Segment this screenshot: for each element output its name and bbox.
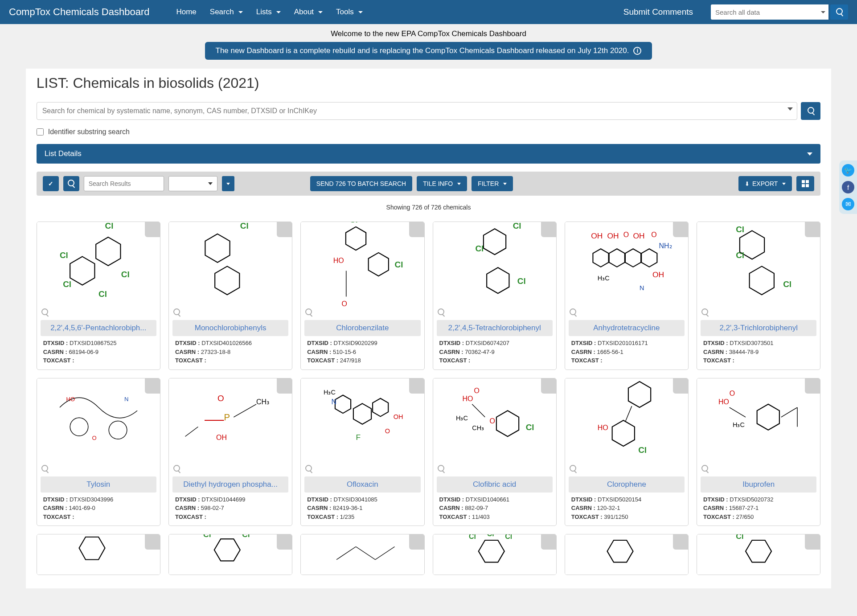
card-select-corner[interactable] <box>805 534 820 550</box>
submit-comments-link[interactable]: Submit Comments <box>623 7 693 17</box>
structure-image <box>301 534 424 575</box>
grid-view-button[interactable] <box>796 176 814 191</box>
chemical-search-button[interactable] <box>801 102 820 120</box>
nav-search[interactable]: Search <box>210 8 243 16</box>
card-select-corner[interactable] <box>277 378 292 394</box>
chemical-name-link[interactable]: Chlorobenzilate <box>304 320 420 336</box>
info-icon[interactable]: i <box>633 47 641 55</box>
chemical-grid: ClClClClCl 2,2',4,5,6'-Pentachlorobiph..… <box>26 222 832 526</box>
chemical-meta: DTXSID : DTXSID10867525 CASRN : 68194-06… <box>37 339 160 370</box>
chemical-grid-partial: ClCl ClClCl Cl <box>26 534 832 575</box>
card-select-corner[interactable] <box>145 222 160 237</box>
structure-image: Cl <box>169 222 292 307</box>
svg-line-79 <box>781 407 797 417</box>
chemical-name-link[interactable]: Anhydrotetracycline <box>569 320 685 336</box>
svg-text:Cl: Cl <box>63 279 71 289</box>
svg-text:CH₃: CH₃ <box>472 424 484 431</box>
tile-info-button[interactable]: TILE INFO <box>417 176 467 191</box>
toolbar-select-button[interactable] <box>222 176 234 191</box>
card-select-corner[interactable] <box>277 222 292 237</box>
chemical-card <box>37 534 160 575</box>
structure-image: HOON <box>37 378 160 463</box>
svg-marker-61 <box>496 411 519 437</box>
list-details-accordion[interactable]: List Details <box>37 144 821 164</box>
search-icon <box>836 8 843 16</box>
filter-button[interactable]: FILTER <box>472 176 513 191</box>
social-sidebar: 🐦 f ✉ <box>839 160 857 214</box>
chemical-meta: DTXSID : DTXSID9020299 CASRN : 510-15-6 … <box>301 339 424 370</box>
global-search-dropdown[interactable] <box>818 4 828 20</box>
svg-marker-53 <box>335 395 351 414</box>
chemical-card: HOOH₃CCH₃OCl Clofibric acid DTXSID : DTX… <box>433 378 557 526</box>
chemical-search-input[interactable] <box>37 102 798 120</box>
svg-marker-93 <box>746 540 771 562</box>
svg-text:OH: OH <box>394 414 403 421</box>
twitter-icon[interactable]: 🐦 <box>842 164 854 177</box>
chemical-name-link[interactable]: 2,2',3-Trichlorobiphenyl <box>701 320 816 336</box>
chemical-name-link[interactable]: Ofloxacin <box>304 476 420 493</box>
facebook-icon[interactable]: f <box>842 181 854 193</box>
chemical-name-link[interactable]: Diethyl hydrogen phospha... <box>172 476 288 493</box>
card-select-corner[interactable] <box>541 534 556 550</box>
nav-home[interactable]: Home <box>176 8 196 16</box>
card-select-corner[interactable] <box>805 378 820 394</box>
chemical-meta: DTXSID : DTXSID3073501 CASRN : 38444-78-… <box>697 339 820 370</box>
brand-title[interactable]: CompTox Chemicals Dashboard <box>9 6 149 18</box>
toolbar-search-button[interactable] <box>63 176 79 191</box>
structure-image: ClClHOO <box>301 222 424 307</box>
svg-text:Cl: Cl <box>736 224 744 234</box>
card-select-corner[interactable] <box>277 534 292 550</box>
nav-tools[interactable]: Tools <box>336 8 363 16</box>
export-button[interactable]: EXPORT <box>738 176 792 191</box>
card-select-corner[interactable] <box>541 222 556 237</box>
chemical-meta: DTXSID : DTXSID5020732 CASRN : 15687-27-… <box>697 495 820 526</box>
structure-image: OHOHOOHONH₂OHNH₃C <box>565 222 688 307</box>
toolbar-select[interactable] <box>168 176 217 191</box>
card-select-corner[interactable] <box>673 378 688 394</box>
card-select-corner[interactable] <box>145 378 160 394</box>
chemical-card: HOON Tylosin DTXSID : DTXSID3043996 CASR… <box>37 378 160 526</box>
svg-text:Cl: Cl <box>203 534 211 539</box>
chemical-name-link[interactable]: Clofibric acid <box>437 476 553 493</box>
select-all-button[interactable] <box>43 176 59 191</box>
card-select-corner[interactable] <box>805 222 820 237</box>
chemical-name-link[interactable]: 2,2',4,5-Tetrachlorobiphenyl <box>437 320 553 336</box>
svg-text:Cl: Cl <box>505 534 512 541</box>
svg-text:HO: HO <box>66 396 75 402</box>
structure-image: ClClCl <box>697 222 820 307</box>
chemical-name-link[interactable]: 2,2',4,5,6'-Pentachlorobiph... <box>41 320 156 336</box>
card-select-corner[interactable] <box>145 534 160 550</box>
svg-text:Cl: Cl <box>469 534 476 541</box>
svg-text:NH₂: NH₂ <box>659 242 672 250</box>
chemical-name-link[interactable]: Ibuprofen <box>701 476 816 493</box>
chemical-name-link[interactable]: Tylosin <box>41 476 156 493</box>
svg-text:Cl: Cl <box>783 279 791 289</box>
chemical-card <box>300 534 424 575</box>
svg-text:F: F <box>356 433 361 442</box>
card-select-corner[interactable] <box>673 222 688 237</box>
card-select-corner[interactable] <box>673 534 688 550</box>
nav-lists[interactable]: Lists <box>256 8 281 16</box>
global-search-input[interactable] <box>711 4 818 20</box>
search-results-input[interactable] <box>84 176 164 191</box>
nav-about[interactable]: About <box>294 8 323 16</box>
substring-label[interactable]: Identifier substring search <box>48 128 130 136</box>
structure-image: HOOH₃C <box>697 378 820 463</box>
svg-text:Cl: Cl <box>121 270 130 279</box>
email-icon[interactable]: ✉ <box>842 198 854 210</box>
chemical-name-link[interactable]: Monochlorobiphenyls <box>172 320 288 336</box>
chemical-search-dropdown[interactable] <box>787 107 793 111</box>
chemical-name-link[interactable]: Clorophene <box>569 476 685 493</box>
card-select-corner[interactable] <box>541 378 556 394</box>
card-select-corner[interactable] <box>409 378 424 394</box>
batch-search-button[interactable]: SEND 726 TO BATCH SEARCH <box>310 176 413 191</box>
results-count: Showing 726 of 726 chemicals <box>26 196 832 222</box>
svg-text:Cl: Cl <box>395 260 403 269</box>
structure-image: ClClClClCl <box>37 222 160 307</box>
global-search-button[interactable] <box>830 4 848 20</box>
substring-checkbox[interactable] <box>37 128 44 136</box>
card-select-corner[interactable] <box>409 222 424 237</box>
card-select-corner[interactable] <box>409 534 424 550</box>
svg-marker-74 <box>757 404 779 430</box>
svg-point-42 <box>109 421 127 439</box>
